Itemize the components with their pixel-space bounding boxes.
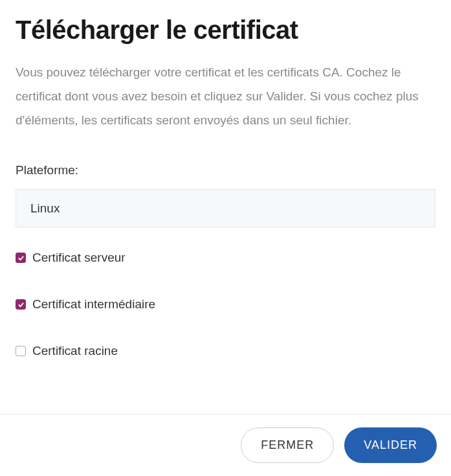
checkbox-row-intermediate[interactable]: Certificat intermédiaire bbox=[16, 297, 435, 312]
check-icon bbox=[17, 301, 25, 308]
dialog-title: Télécharger le certificat bbox=[16, 16, 435, 45]
checkbox-row-server[interactable]: Certificat serveur bbox=[16, 251, 435, 265]
close-button[interactable]: FERMER bbox=[241, 427, 334, 463]
dialog-content: Télécharger le certificat Vous pouvez té… bbox=[0, 0, 451, 414]
platform-select[interactable]: Linux bbox=[16, 189, 435, 227]
dialog-footer: FERMER VALIDER bbox=[0, 414, 451, 476]
platform-select-wrapper: Linux bbox=[16, 189, 435, 227]
dialog-description: Vous pouvez télécharger votre certificat… bbox=[16, 60, 435, 132]
checkbox-root[interactable] bbox=[16, 346, 26, 356]
checkbox-label-server: Certificat serveur bbox=[32, 251, 126, 265]
checkbox-label-intermediate: Certificat intermédiaire bbox=[32, 297, 155, 312]
checkbox-label-root: Certificat racine bbox=[32, 344, 118, 358]
checkbox-row-root[interactable]: Certificat racine bbox=[16, 344, 435, 358]
check-icon bbox=[17, 255, 25, 262]
platform-label: Plateforme: bbox=[16, 163, 435, 177]
checkbox-intermediate[interactable] bbox=[16, 299, 26, 310]
validate-button[interactable]: VALIDER bbox=[344, 427, 437, 463]
checkbox-server[interactable] bbox=[16, 253, 26, 263]
